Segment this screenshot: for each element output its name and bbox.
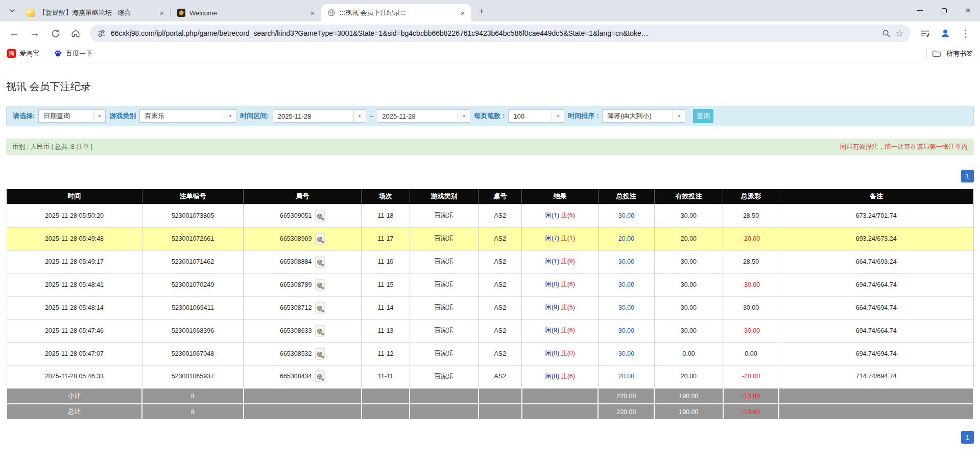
cell-valid-bet: 20.00: [654, 227, 723, 250]
tab-title: 【新提醒】海燕策略论坛 - 综合: [39, 8, 153, 17]
table-row: 2025-11-28 05:50:20 523001073805 6653090…: [7, 204, 973, 227]
video-replay-icon[interactable]: [315, 256, 325, 268]
zoom-icon[interactable]: [882, 29, 891, 38]
cell-session: 11-18: [362, 204, 410, 227]
cell-payout: -30.00: [723, 273, 779, 296]
result-banker: 庄(1): [561, 235, 575, 242]
back-icon[interactable]: ←: [5, 24, 23, 42]
cell-bet-id: 523001072661: [142, 227, 244, 250]
column-header: 注单编号: [142, 189, 244, 204]
cell-round: 665308884: [244, 250, 362, 273]
result-banker: 庄(9): [561, 258, 575, 265]
cell-game-type: 百家乐: [410, 342, 478, 365]
mode-select[interactable]: 日期查询 ▼: [38, 109, 106, 123]
total-bet-link[interactable]: 20.00: [618, 373, 634, 380]
total-bet-link[interactable]: 30.00: [618, 212, 634, 219]
chevron-down-icon: ▼: [552, 110, 564, 122]
cell-payout: 28.50: [723, 204, 779, 227]
cell-game-type: 百家乐: [410, 296, 478, 319]
tab-strip: 【新提醒】海燕策略论坛 - 综合 × Welcome × :::视讯 会员下注纪…: [0, 0, 980, 21]
per-page-select[interactable]: 100 ▼: [508, 109, 564, 123]
tab-close-icon[interactable]: ×: [308, 8, 317, 17]
video-replay-icon[interactable]: [315, 233, 325, 245]
table-row: 2025-11-28 05:49:48 523001072661 6653089…: [7, 227, 973, 250]
sort-select[interactable]: 降幂(由大到小) ▼: [602, 109, 685, 123]
tab-search-chevron-icon[interactable]: [5, 4, 19, 18]
table-row: 2025-11-28 05:46:33 523001065937 6653084…: [7, 365, 973, 388]
result-banker: 庄(6): [561, 281, 575, 288]
tab-close-icon[interactable]: ×: [458, 8, 467, 17]
tab-welcome[interactable]: Welcome ×: [171, 4, 321, 21]
bookmark-baidu[interactable]: 百度一下: [54, 49, 92, 58]
column-header: 有效投注: [654, 189, 723, 204]
total-bet-link[interactable]: 30.00: [618, 281, 634, 288]
cell-result: 闲(8)庄(6): [522, 365, 599, 388]
chevron-down-icon: ▼: [353, 110, 366, 122]
bookmark-star-icon[interactable]: ☆: [896, 28, 903, 39]
total-bet-link[interactable]: 20.00: [618, 235, 634, 242]
cell-result: 闲(0)庄(6): [522, 273, 599, 296]
result-banker: 庄(6): [561, 373, 575, 380]
cell-time: 2025-11-28 05:50:20: [7, 204, 142, 227]
cell-payout: 0.00: [723, 342, 779, 365]
game-type-select[interactable]: 百家乐 ▼: [139, 109, 236, 123]
total-bet-link[interactable]: 30.00: [618, 258, 634, 265]
address-bar[interactable]: 66cxkj98.com/ipl/portal.php/game/betreco…: [90, 25, 911, 42]
sort-label: 时间排序 :: [568, 111, 599, 121]
video-replay-icon[interactable]: [315, 370, 325, 382]
browser-menu-icon[interactable]: ⋮: [957, 24, 975, 42]
video-replay-icon[interactable]: [315, 210, 325, 222]
total-bet-link[interactable]: 30.00: [618, 327, 634, 334]
search-button[interactable]: 查询: [693, 109, 713, 123]
result-banker: 庄(6): [561, 327, 575, 334]
maximize-button[interactable]: [932, 0, 956, 21]
tab-close-icon[interactable]: ×: [157, 8, 166, 17]
media-controls-icon[interactable]: [916, 24, 934, 42]
video-replay-icon[interactable]: [315, 348, 325, 360]
close-button[interactable]: ×: [956, 0, 980, 21]
new-tab-button[interactable]: +: [474, 4, 489, 18]
bookmark-taobao[interactable]: 淘 爱淘宝: [7, 49, 39, 58]
cell-session: 11-14: [362, 296, 410, 319]
all-bookmarks[interactable]: 所有书签: [926, 49, 973, 59]
cell-total-bet: 30.00: [598, 296, 654, 319]
baidu-paw-icon: [54, 49, 62, 58]
result-player: 闲(9): [545, 304, 559, 311]
table-body: 2025-11-28 05:50:20 523001073805 6653090…: [7, 204, 973, 388]
minimize-button[interactable]: [908, 0, 932, 21]
video-replay-icon[interactable]: [315, 279, 325, 291]
cell-time: 2025-11-28 05:48:41: [7, 273, 142, 296]
cell-session: 11-15: [362, 273, 410, 296]
date-from-select[interactable]: 2025-11-28 ▼: [273, 109, 366, 123]
cell-round: 665308434: [244, 365, 362, 388]
cell-table-id: AS2: [479, 250, 522, 273]
home-icon[interactable]: [66, 24, 85, 42]
table-row: 2025-11-28 05:47:46 523001068396 6653086…: [7, 319, 973, 342]
cell-valid-bet: 0.00: [654, 342, 723, 365]
date-to-select[interactable]: 2025-11-28 ▼: [377, 109, 470, 123]
bookmarks-separator: [926, 49, 927, 59]
page-1-button[interactable]: 1: [961, 431, 974, 444]
site-info-icon[interactable]: [97, 29, 106, 38]
total-row: 总计 8 220.00 190.00 -13.00: [7, 404, 973, 420]
url-text: 66cxkj98.com/ipl/portal.php/game/betreco…: [111, 29, 877, 37]
total-bet-link[interactable]: 30.00: [618, 350, 634, 357]
forum-favicon: [27, 9, 35, 17]
profile-avatar-icon[interactable]: [936, 24, 954, 42]
video-replay-icon[interactable]: [315, 325, 325, 337]
reload-icon[interactable]: [46, 24, 64, 42]
bottom-pagination: 1: [6, 431, 974, 444]
video-replay-icon[interactable]: [315, 302, 325, 314]
column-header: 场次: [362, 189, 410, 204]
window-controls: ×: [908, 0, 980, 21]
page-1-button[interactable]: 1: [961, 170, 974, 182]
total-bet-link[interactable]: 30.00: [618, 304, 634, 311]
tab-forum[interactable]: 【新提醒】海燕策略论坛 - 综合 ×: [20, 4, 171, 21]
cell-valid-bet: 20.00: [654, 365, 723, 388]
cell-table-id: AS2: [479, 227, 522, 250]
forward-icon[interactable]: →: [26, 24, 44, 42]
tab-bet-record[interactable]: :::视讯 会员下注纪录::: ×: [321, 4, 471, 21]
cell-bet-id: 523001067048: [142, 342, 244, 365]
cell-result: 闲(9)庄(6): [522, 319, 599, 342]
result-player: 闲(0): [545, 281, 559, 288]
